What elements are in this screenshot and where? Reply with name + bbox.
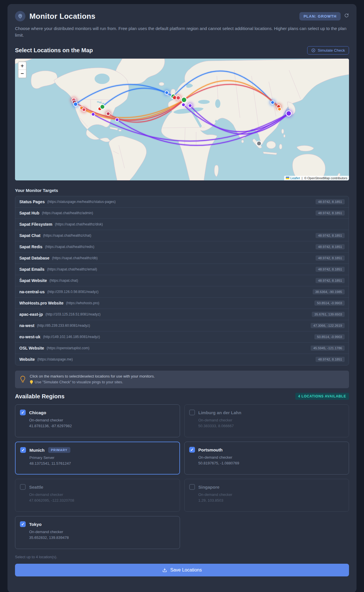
region-type: On-demand checker (29, 418, 175, 422)
map-marker[interactable] (115, 118, 119, 122)
map-marker[interactable] (100, 104, 105, 109)
target-coords-badge: 48.9742, 8.1851 (316, 255, 345, 261)
region-card[interactable]: ✓ Tokyo On-demand checker 35.652832, 139… (15, 516, 180, 549)
region-checkbox[interactable]: ✓ (189, 447, 195, 453)
target-name: WhoHosts.pro Website (19, 301, 63, 305)
target-url: (http://149.102.146.185:8081/readyz) (43, 335, 100, 339)
region-coords: 50.383333, 8.066667 (198, 424, 344, 428)
target-url: (http://85.239.233.60:8081/readyz) (37, 324, 90, 328)
region-checkbox[interactable]: ✓ (20, 447, 26, 453)
target-row: na-central-us (http://209.126.0.56:8081/… (15, 286, 349, 298)
region-name: Portsmouth (198, 447, 223, 452)
target-row: Sapat Database (https://sapat.chat/healt… (15, 253, 349, 264)
page-title: Monitor Locations (29, 12, 95, 21)
map-marker[interactable] (257, 141, 261, 146)
simulate-check-button[interactable]: Simulate Check (307, 46, 349, 55)
region-coords: 48.1371541, 11.5761247 (29, 461, 175, 466)
map-marker[interactable] (182, 103, 185, 107)
bulb-emoji-icon (30, 380, 33, 384)
zoom-out-button[interactable]: − (18, 70, 26, 78)
region-card[interactable]: Seattle On-demand checker 47.6062095, -1… (15, 479, 180, 512)
map-marker[interactable] (181, 97, 187, 102)
map-attribution: Leaflet | © OpenStreetMap contributors (284, 176, 349, 180)
target-coords-badge: 48.9742, 8.1851 (316, 210, 345, 216)
target-row: Sapat Filesystem (https://sapat.chat/hea… (15, 219, 349, 230)
plan-badge: PLAN: GROWTH (299, 12, 341, 20)
target-row: Sapat Hub (https://sapat.chat/healthz/ad… (15, 208, 349, 219)
zoom-in-button[interactable]: + (18, 62, 26, 70)
region-card[interactable]: Limburg an der Lahn On-demand checker 50… (184, 404, 349, 437)
target-coords-badge: 48.9742, 8.1851 (316, 244, 345, 249)
map-marker[interactable] (91, 113, 95, 116)
header: Monitor Locations PLAN: GROWTH (15, 11, 349, 21)
world-map[interactable]: + − Leaflet | © OpenStreetMap contributo… (15, 59, 349, 180)
region-checkbox[interactable]: ✓ (20, 410, 26, 415)
region-type: On-demand checker (29, 530, 175, 534)
target-row: Šapat Website (https://sapat.chat) 48.97… (15, 275, 349, 286)
target-coords-badge: 38.6364, -90.1985 (313, 289, 345, 294)
target-name: Šapat Website (19, 278, 47, 283)
region-checkbox[interactable] (20, 484, 26, 490)
region-coords: 50.8197675, -1.0880769 (198, 461, 344, 465)
region-name: Munich (29, 448, 45, 453)
targets-heading: Your Monitor Targets (15, 188, 349, 193)
map-marker[interactable] (286, 111, 291, 116)
target-coords-badge: 47.3066, -122.2619 (311, 323, 345, 328)
region-card[interactable]: ✓ Munich PRIMARY Primary Server 48.13715… (15, 442, 180, 475)
target-coords-badge: 50.8514, -0.9903 (314, 334, 345, 339)
target-row: Status Pages (https://statuspage.me/heal… (15, 196, 349, 208)
target-name: apac-east-jp (19, 312, 43, 317)
region-name: Seattle (29, 485, 43, 490)
select-limit-note: Select up to 4 location(s). (15, 555, 349, 559)
target-row: Sapat Redis (https://sapat.chat/healthz/… (15, 241, 349, 253)
target-url: (https://sapat.chat/healthz/admin) (42, 211, 93, 215)
region-type: On-demand checker (198, 418, 344, 422)
target-row: OSL Website (https://openstartuplist.com… (15, 343, 349, 354)
map-marker[interactable] (271, 101, 274, 104)
target-coords-badge: 45.5945, -121.1786 (311, 346, 345, 351)
target-url: (https://sapat.chat/healthz/redis) (45, 245, 94, 249)
region-type: Primary Server (29, 455, 175, 460)
leaflet-link[interactable]: Leaflet (290, 176, 300, 180)
region-checkbox[interactable] (189, 410, 195, 415)
target-name: Sapat Database (19, 256, 49, 260)
target-row: WhoHosts.pro Website (https://whohosts.p… (15, 298, 349, 309)
map-marker[interactable] (74, 102, 78, 106)
map-marker[interactable] (188, 104, 192, 107)
region-card[interactable]: Singapore On-demand checker 1.29, 103.85… (184, 479, 349, 512)
target-name: eu-west-uk (19, 335, 40, 339)
target-coords-badge: 48.9742, 8.1851 (316, 278, 345, 283)
save-locations-button[interactable]: Save Locations (15, 564, 349, 576)
target-url: (https://sapat.chat/healthz/email) (47, 267, 97, 271)
refresh-icon[interactable] (344, 13, 349, 19)
map-marker[interactable] (106, 112, 110, 115)
target-url: (http://103.125.216.51:8081/readyz) (46, 312, 101, 316)
map-marker[interactable] (165, 91, 168, 94)
region-coords: 47.6062095, -122.3320708 (29, 498, 175, 503)
regions-heading: Available Regions (15, 393, 65, 400)
region-card[interactable]: ✓ Chicago On-demand checker 41.8781136, … (15, 404, 180, 437)
target-row: Sapat Emails (https://sapat.chat/healthz… (15, 264, 349, 275)
target-name: OSL Website (19, 346, 44, 350)
target-row: Sapat Chat (https://sapat.chat/healthz/c… (15, 230, 349, 241)
target-name: na-central-us (19, 290, 45, 294)
map-marker[interactable] (82, 108, 86, 111)
region-checkbox[interactable] (189, 484, 195, 490)
region-coords: 35.652832, 139.839478 (29, 535, 175, 540)
region-coords: 1.29, 103.8503 (198, 498, 344, 503)
primary-badge: PRIMARY (48, 447, 70, 453)
target-coords-badge: 35.6761, 139.6503 (312, 312, 345, 317)
map-zoom-control: + − (18, 61, 27, 78)
location-pin-icon (15, 11, 25, 21)
region-name: Tokyo (29, 522, 42, 527)
lightbulb-icon (20, 376, 26, 383)
region-checkbox[interactable]: ✓ (20, 521, 26, 527)
region-card[interactable]: ✓ Portsmouth On-demand checker 50.819767… (184, 442, 349, 475)
target-coords-badge: 48.9742, 8.1851 (316, 233, 345, 238)
region-coords: 41.8781136, -87.6297982 (29, 424, 175, 428)
target-coords-badge: 48.9742, 8.1851 (316, 357, 345, 362)
target-row: apac-east-jp (http://103.125.216.51:8081… (15, 309, 349, 320)
monitor-locations-panel: Monitor Locations PLAN: GROWTH Choose wh… (7, 4, 357, 592)
map-marker[interactable] (278, 107, 281, 111)
map-marker[interactable] (176, 96, 180, 100)
